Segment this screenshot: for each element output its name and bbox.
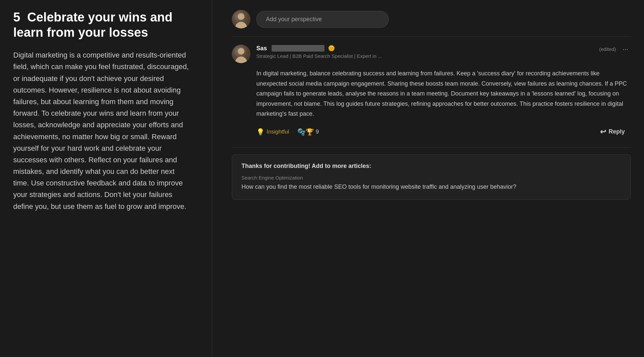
insightful-reaction[interactable]: 💡 Insightful bbox=[256, 128, 289, 136]
left-panel: 5 Celebrate your wins andlearn from your… bbox=[0, 0, 205, 357]
comment-actions-top: (edited) ··· bbox=[599, 45, 631, 54]
comment-footer: 💡 Insightful · 🫧🏆 9 ↩ Reply bbox=[256, 124, 631, 139]
reaction-count: 9 bbox=[316, 129, 319, 135]
emoji-reaction[interactable]: 🫧🏆 9 bbox=[297, 128, 319, 136]
contribute-title: Thanks for contributing! Add to more art… bbox=[241, 163, 621, 170]
reply-icon: ↩ bbox=[600, 128, 606, 136]
article-title-text: Celebrate your wins andlearn from your l… bbox=[13, 10, 173, 39]
current-user-avatar bbox=[232, 10, 250, 28]
contribute-section: Thanks for contributing! Add to more art… bbox=[232, 154, 631, 200]
reaction-row: 💡 Insightful · 🫧🏆 9 bbox=[256, 128, 319, 136]
comment-author-row: Sas 🌞 bbox=[256, 45, 593, 52]
dot-separator: · bbox=[292, 129, 294, 135]
reply-label: Reply bbox=[609, 128, 625, 135]
author-badge: 🌞 bbox=[328, 45, 335, 52]
panel-divider bbox=[212, 0, 212, 357]
contribute-category: Search Engine Optimization bbox=[241, 175, 621, 180]
author-title: Strategic Lead | B2B Paid Search Special… bbox=[256, 53, 593, 59]
article-number: 5 bbox=[13, 10, 20, 24]
right-panel: Add your perspective Sas 🌞 Strategic Lea… bbox=[219, 0, 644, 357]
author-name[interactable]: Sas bbox=[256, 45, 267, 52]
comment-header: Sas 🌞 Strategic Lead | B2B Paid Search S… bbox=[232, 45, 631, 63]
author-name-blurred bbox=[272, 45, 324, 52]
commenter-avatar[interactable] bbox=[232, 45, 250, 63]
reaction-label: Insightful bbox=[267, 129, 289, 135]
add-perspective-row: Add your perspective bbox=[232, 7, 631, 37]
contribute-question[interactable]: How can you find the most reliable SEO t… bbox=[241, 182, 621, 191]
reply-button[interactable]: ↩ Reply bbox=[594, 124, 631, 139]
reaction-emoji2: 🫧🏆 bbox=[297, 128, 314, 136]
more-options-button[interactable]: ··· bbox=[620, 45, 631, 54]
article-title: 5 Celebrate your wins andlearn from your… bbox=[13, 10, 192, 40]
comment-body: In digital marketing, balance celebratin… bbox=[256, 68, 631, 119]
article-body: Digital marketing is a competitive and r… bbox=[13, 49, 192, 212]
avatar-image bbox=[232, 45, 250, 63]
comment-section: Sas 🌞 Strategic Lead | B2B Paid Search S… bbox=[232, 37, 631, 148]
comment-author-info: Sas 🌞 Strategic Lead | B2B Paid Search S… bbox=[256, 45, 593, 59]
lightbulb-icon: 💡 bbox=[256, 128, 265, 136]
add-perspective-button[interactable]: Add your perspective bbox=[256, 11, 389, 28]
avatar-image bbox=[232, 10, 250, 28]
edited-label: (edited) bbox=[599, 46, 616, 52]
